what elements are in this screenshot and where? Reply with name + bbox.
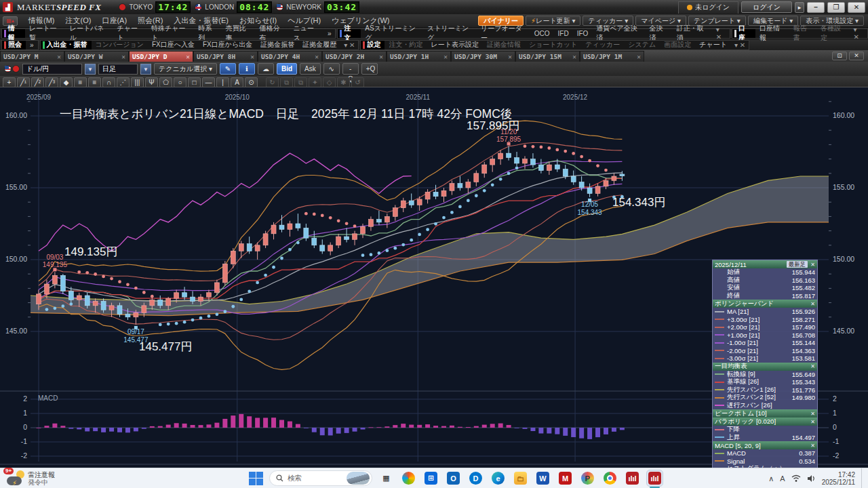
toolbar-item[interactable]: »	[323, 30, 336, 37]
taskbar-weather-widget[interactable]: ⚡ 9+ 雷注意報 発令中	[0, 470, 55, 487]
explorer-icon[interactable]: 🗀	[513, 470, 528, 486]
tab-close-icon[interactable]: ✕	[572, 53, 576, 60]
toolbar-item[interactable]: チャート	[695, 40, 731, 49]
tabbar-window-button[interactable]: ✕	[849, 52, 864, 60]
draw-tool-button[interactable]: ≡	[74, 77, 87, 87]
chart-tab[interactable]: USD/JPY 15M✕	[515, 51, 580, 62]
toolbar-group-label[interactable]: 情報	[2, 29, 25, 38]
toolbar-group-controls[interactable]: ▾ ✕	[340, 41, 358, 49]
draw-tool-button[interactable]: A	[231, 77, 243, 87]
chart-tab[interactable]: USD/JPY W✕	[64, 51, 129, 62]
edge-icon[interactable]: e	[490, 470, 506, 486]
toolbar-item[interactable]: 証拠金情報	[483, 40, 525, 49]
legend-section-header[interactable]: MACD [5, 20, 9]✕	[713, 441, 817, 449]
show-desktop-button[interactable]	[861, 468, 864, 488]
toolbar-item[interactable]: ショートカット	[525, 40, 581, 49]
draw-tool-button[interactable]: ○	[174, 77, 186, 87]
toolbar-item[interactable]: FX口座へ入金	[148, 40, 199, 49]
toolbar-item[interactable]: 各種設定	[816, 24, 850, 43]
pencil-icon[interactable]: ✎	[220, 63, 236, 75]
chart-tab[interactable]: USD/JPY 30M✕	[451, 51, 515, 62]
toolbar-item[interactable]: »	[26, 41, 38, 49]
draw-tool-button[interactable]: ◆	[60, 77, 73, 87]
toolbar-group-label[interactable]: 入出金・振替	[41, 41, 92, 49]
toolbar-item[interactable]: 注文・約定	[384, 40, 427, 49]
draw-tool-button[interactable]: Ψ	[145, 77, 158, 87]
chart-area[interactable]: 2025/092025/102025/112025/12160.00160.00…	[0, 87, 868, 468]
technical-select-button[interactable]: テクニカル選択 ▾	[154, 63, 217, 75]
timeframe-select[interactable]: 日足	[98, 64, 138, 75]
draw-tool-button[interactable]: |||	[131, 77, 144, 87]
close-button[interactable]: ✕	[848, 2, 865, 13]
legend-close-icon[interactable]: ✕	[810, 262, 815, 268]
marketspeed-icon[interactable]: ılıl	[625, 470, 640, 486]
login-button[interactable]: ログイン	[741, 1, 792, 13]
copilot-icon[interactable]	[401, 470, 416, 486]
chart-mode-icon[interactable]: ∿	[323, 63, 340, 75]
legend-section-header[interactable]: 一目均衡表✕	[713, 363, 817, 371]
legend-close-icon[interactable]: ✕	[810, 411, 815, 417]
legend-section-header[interactable]: ピークボトム [10]✕	[713, 409, 817, 418]
pair-dropdown-icon[interactable]: ▼	[85, 64, 96, 75]
zoom-in-icon[interactable]: +Q	[361, 63, 378, 75]
toolbar-item[interactable]: 証拠金振替	[256, 40, 298, 49]
tab-close-icon[interactable]: ✕	[508, 53, 512, 60]
toolbar-group-controls[interactable]: ▾ ✕	[731, 41, 749, 49]
legend-close-icon[interactable]: ✕	[810, 443, 815, 449]
speaker-icon[interactable]	[807, 474, 816, 483]
tab-close-icon[interactable]: ✕	[186, 53, 190, 60]
toolbar-item[interactable]: 口座情報	[755, 24, 789, 43]
tab-close-icon[interactable]: ✕	[57, 53, 61, 60]
wifi-icon[interactable]	[791, 474, 801, 483]
toolbar-item[interactable]: OCO	[530, 30, 554, 37]
chart-tab[interactable]: USD/JPY 1M✕	[580, 51, 644, 62]
toolbar-item[interactable]: IFD	[554, 30, 573, 37]
taskbar-search-input[interactable]: 検索	[269, 470, 372, 486]
draw-tool-button[interactable]: □	[188, 77, 201, 87]
tab-close-icon[interactable]: ✕	[443, 53, 448, 60]
pair-select[interactable]: ドル/円	[22, 64, 82, 75]
draw-tool-button[interactable]: ╱³	[45, 77, 58, 87]
chart-tab[interactable]: USD/JPY D✕	[129, 51, 193, 62]
chart-tab[interactable]: USD/JPY 2H✕	[322, 51, 387, 62]
windows-start-button[interactable]	[248, 471, 263, 486]
legend-section-header[interactable]: 2025/12/11最新足✕	[713, 260, 817, 268]
toolbar-item[interactable]: 画面設定	[660, 40, 695, 49]
outlook-icon[interactable]: O	[446, 470, 461, 486]
tray-clock[interactable]: 17:42 2025/12/11	[822, 471, 855, 486]
toolbar-item[interactable]: システム	[624, 40, 660, 49]
toolbar-group-controls[interactable]: ▾ ✕	[850, 26, 867, 41]
chart-tab[interactable]: USD/JPY M✕	[0, 51, 64, 62]
minimize-button[interactable]: –	[807, 2, 825, 13]
toolbar-item[interactable]: IFO	[573, 30, 593, 37]
toolbar-group-label[interactable]: 照会	[2, 41, 26, 49]
tab-close-icon[interactable]: ✕	[315, 53, 319, 60]
draw-tool-button[interactable]: ╱¹	[17, 77, 30, 87]
chart-tab[interactable]: USD/JPY 4H✕	[258, 51, 322, 62]
legend-close-icon[interactable]: ✕	[810, 301, 815, 307]
info-icon[interactable]: ℹ	[239, 63, 255, 75]
ask-toggle[interactable]: Ask	[300, 63, 321, 75]
legend-close-icon[interactable]: ✕	[810, 419, 815, 425]
tab-close-icon[interactable]: ✕	[637, 53, 641, 60]
dell-icon[interactable]: D	[468, 470, 484, 486]
draw-tool-button[interactable]: —	[202, 77, 215, 87]
restore-button[interactable]: ❐	[827, 2, 845, 13]
indicator-legend-panel[interactable]: 2025/12/11最新足✕始値155.944高値156.163安値155.48…	[712, 260, 818, 481]
draw-tool-button[interactable]: ≡	[88, 77, 101, 87]
toolbar-group-controls[interactable]: ▾ ✕	[713, 26, 730, 41]
ime-indicator[interactable]: A	[780, 474, 785, 483]
chrome-icon[interactable]	[602, 470, 618, 486]
toolbar-group-label[interactable]: 設定	[361, 41, 384, 49]
toolbar-group-label[interactable]: 注文	[338, 29, 361, 38]
word-icon[interactable]: W	[535, 470, 551, 486]
draw-tool-button[interactable]: +	[3, 77, 16, 87]
legend-section-header[interactable]: パラボリック [0.020]✕	[713, 418, 817, 426]
legend-section-header[interactable]: ボリンジャーバンド✕	[713, 300, 817, 308]
bid-toggle[interactable]: Bid	[277, 63, 297, 75]
toolbar-item[interactable]: 報告書	[789, 24, 816, 43]
paint-icon[interactable]: P	[580, 470, 595, 486]
task-view-icon[interactable]: ▦	[378, 470, 394, 486]
login-expand-button[interactable]: ▸	[795, 2, 804, 13]
toolbar-item[interactable]: レート表示設定	[427, 40, 482, 49]
